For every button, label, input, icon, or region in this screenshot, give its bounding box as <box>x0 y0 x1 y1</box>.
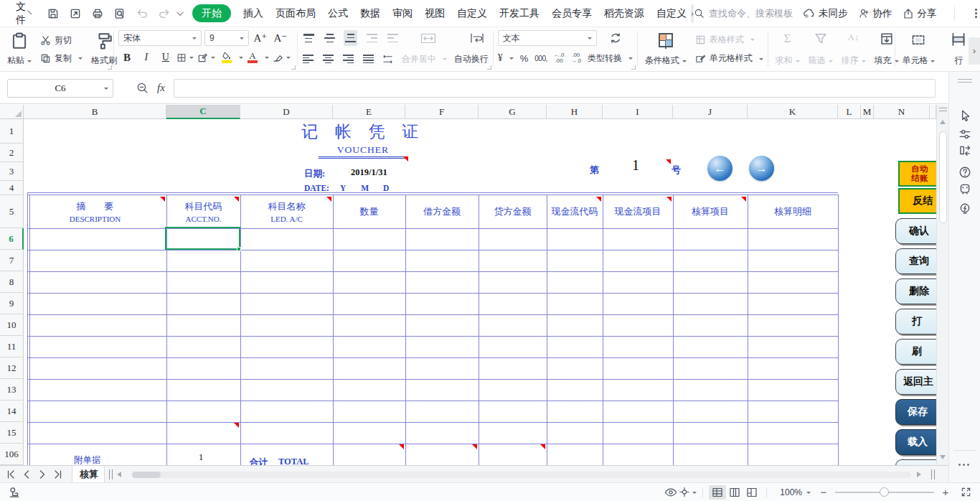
reading-layout-icon[interactable] <box>679 485 697 500</box>
text-orientation-button[interactable] <box>382 51 395 67</box>
macro-button-自动结账[interactable]: 自动结账 <box>898 161 936 187</box>
type-convert-button[interactable]: 类型转换 <box>588 50 633 67</box>
draw-border-button[interactable] <box>196 50 217 65</box>
sync-status[interactable]: 未同步 <box>803 7 848 20</box>
row-header-1[interactable]: 1 <box>0 119 24 144</box>
ribbon-tab-11[interactable]: 稻壳资源 <box>604 7 644 20</box>
zoom-slider-knob[interactable] <box>880 487 889 497</box>
alignment-dialog-launcher[interactable] <box>487 65 491 70</box>
font-name-select[interactable]: 宋体 <box>118 30 202 46</box>
macro-button-载入[interactable]: 载入 <box>895 429 936 455</box>
first-sheet-icon[interactable] <box>3 469 19 480</box>
voucher-no-value[interactable]: 1 <box>621 156 650 174</box>
row-header-10[interactable]: 10 <box>0 314 24 336</box>
voucher-header-B[interactable]: 摘 要DESCRIPTION <box>24 196 166 228</box>
properties-sliders-icon[interactable] <box>957 126 973 142</box>
voucher-header-I[interactable]: 现金流项目 <box>603 196 672 228</box>
column-header-G[interactable]: G <box>479 105 547 119</box>
row-header-11[interactable]: 11 <box>0 336 24 357</box>
scroll-down-icon[interactable] <box>940 455 946 459</box>
row-header-9[interactable]: 9 <box>0 293 24 314</box>
fx-icon[interactable]: fx <box>157 82 165 94</box>
selection-mode-icon[interactable] <box>6 485 23 500</box>
ribbon-tab-1[interactable]: 开始 <box>192 4 231 22</box>
voucher-header-D[interactable]: 科目名称LED. A/C <box>241 196 332 228</box>
ribbon-tab-9[interactable]: 开发工具 <box>499 7 540 20</box>
zoom-out-button[interactable]: − <box>818 486 829 498</box>
layout-swap-icon[interactable] <box>957 143 973 159</box>
sheet-tab-active[interactable]: 核算 <box>72 466 105 482</box>
wrap-text-button[interactable]: 自动换行 <box>454 50 489 67</box>
voucher-header-J[interactable]: 核算项目 <box>674 196 747 228</box>
column-header-N[interactable]: N <box>874 105 930 119</box>
row-header-106[interactable]: 106 <box>0 444 24 465</box>
wrap-text-icon[interactable] <box>466 30 489 46</box>
spreadsheet-grid[interactable]: 记 帐 凭 证 VOUCHER 日期: 2019/1/31 DATE:YMD 第… <box>0 105 936 465</box>
bold-button[interactable]: B <box>118 50 136 65</box>
macro-button-打[interactable]: 打 <box>895 309 936 334</box>
horizontal-scrollbar-thumb[interactable] <box>132 472 161 478</box>
number-format-select[interactable]: 文本 <box>498 30 597 46</box>
sidebar-more-icon[interactable] <box>958 464 969 466</box>
formula-input[interactable] <box>174 79 936 98</box>
page-break-view-button[interactable] <box>743 485 760 500</box>
column-header-B[interactable]: B <box>24 105 166 119</box>
column-header-M[interactable]: M <box>861 105 874 119</box>
align-right-button[interactable] <box>341 51 354 67</box>
print-preview-icon[interactable] <box>112 6 128 22</box>
redo-icon[interactable] <box>156 6 172 22</box>
paste-button[interactable]: 粘贴 <box>4 30 34 68</box>
voucher-header-K[interactable]: 核算明细 <box>748 196 837 228</box>
column-header-C[interactable]: C <box>166 105 240 119</box>
undo-icon[interactable] <box>134 6 150 22</box>
voucher-date-value[interactable]: 2019/1/31 <box>351 167 387 178</box>
number-dialog-launcher[interactable] <box>631 65 636 70</box>
align-left-button[interactable] <box>302 51 315 67</box>
column-header-K[interactable]: K <box>748 105 838 119</box>
prev-voucher-button[interactable]: ← <box>707 156 732 181</box>
row-header-2[interactable]: 2 <box>0 144 24 162</box>
ribbon-tab-4[interactable]: 公式 <box>328 7 348 20</box>
macro-button-删除[interactable]: 删除 <box>895 278 936 304</box>
row-header-15[interactable]: 15 <box>0 422 24 444</box>
file-menu-chevron-icon[interactable] <box>27 10 32 14</box>
column-header-I[interactable]: I <box>603 105 673 119</box>
split-handle-icon[interactable] <box>939 108 947 111</box>
vertical-scrollbar[interactable] <box>936 105 948 465</box>
row-header-3[interactable]: 3 <box>0 162 24 181</box>
percent-button[interactable]: % <box>520 50 529 67</box>
share-button[interactable]: 分享 <box>903 7 937 20</box>
increase-font-button[interactable]: A⁺ <box>252 30 269 46</box>
ribbon-tab-5[interactable]: 数据 <box>360 7 380 20</box>
font-size-select[interactable]: 9 <box>204 30 249 46</box>
comma-style-button[interactable]: 000, <box>534 50 547 67</box>
inspiration-icon[interactable] <box>957 201 973 217</box>
italic-button[interactable]: I <box>138 50 155 65</box>
increase-decimal-button[interactable]: ←.0.00 <box>554 52 565 64</box>
align-center-button[interactable] <box>322 51 335 67</box>
macro-button-保存[interactable]: 保存 <box>895 399 936 425</box>
macro-button-返回主[interactable]: 返回主 <box>895 369 936 395</box>
column-header-L[interactable]: L <box>838 105 861 119</box>
macro-button-确认[interactable]: 确认 <box>895 218 936 244</box>
align-bottom-button[interactable] <box>344 30 357 46</box>
zoom-level[interactable]: 100% <box>780 487 802 497</box>
selected-cell-C6[interactable] <box>165 227 240 250</box>
name-box[interactable]: C6 <box>7 79 113 98</box>
decrease-decimal-button[interactable]: .00→.0 <box>570 52 581 64</box>
column-header[interactable] <box>930 105 936 119</box>
eye-protection-icon[interactable] <box>662 485 679 500</box>
attach-docs-value[interactable]: 1 <box>188 452 214 463</box>
command-search[interactable]: 查找命令、搜索模板 <box>694 7 793 20</box>
normal-view-button[interactable] <box>709 485 726 500</box>
qat-more-chevron-icon[interactable] <box>176 9 184 16</box>
row-header-12[interactable]: 12 <box>0 357 24 379</box>
hscroll-split-handle[interactable] <box>931 469 935 479</box>
zoom-in-button[interactable]: + <box>940 486 951 498</box>
row-header-5[interactable]: 5 <box>0 195 24 228</box>
last-sheet-icon[interactable] <box>50 469 66 480</box>
currency-button[interactable]: ¥ <box>498 50 514 67</box>
collaborate-button[interactable]: 协作 <box>858 7 892 20</box>
horizontal-scrollbar[interactable] <box>132 472 911 478</box>
column-header-J[interactable]: J <box>673 105 748 119</box>
